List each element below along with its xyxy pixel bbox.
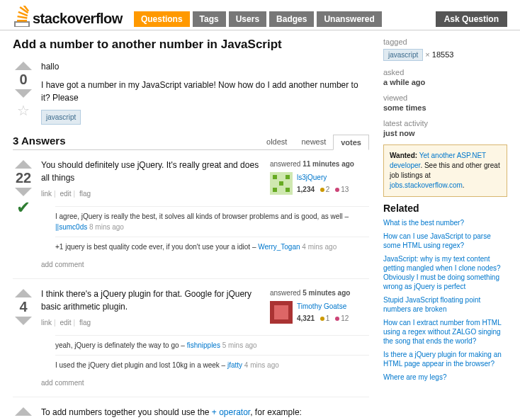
answers-header: 3 Answers oldest newest votes <box>13 135 369 150</box>
tab-unanswered[interactable]: Unanswered <box>317 11 381 27</box>
tab-questions[interactable]: Questions <box>134 11 190 27</box>
answer-score: 4 <box>13 299 34 315</box>
accepted-icon[interactable]: ✔ <box>13 198 34 217</box>
answer-row: 22 ✔ answered 11 minutes ago ls3jQuery 1… <box>13 150 369 279</box>
comment: yeah, jQuery is definately the way to go… <box>55 335 369 355</box>
badge-icon <box>320 188 324 192</box>
user-card: answered 5 minutes ago Timothy Goatse 4,… <box>270 288 369 324</box>
ask-question-button[interactable]: Ask Question <box>436 11 507 27</box>
answer-score: 22 <box>13 170 34 186</box>
user-link[interactable]: ls3jQuery <box>297 172 349 183</box>
header: stackoverflow Questions Tags Users Badge… <box>0 0 520 30</box>
related-link[interactable]: JavaScript: why is my text content getti… <box>383 254 507 291</box>
sort-oldest[interactable]: oldest <box>259 135 294 149</box>
svg-rect-10 <box>273 188 277 192</box>
answer-body: answered 11 minutes ago ls3jQuery 1,234 … <box>41 159 369 270</box>
avatar[interactable] <box>270 301 293 324</box>
question-votes: 0 ☆ <box>13 60 34 125</box>
action-edit[interactable]: edit <box>60 190 71 198</box>
asked-section: asked a while ago <box>383 68 507 86</box>
answer-row: 4 answered 5 minutes ago Timothy Goatse … <box>13 279 369 397</box>
add-comment[interactable]: add comment <box>41 259 369 270</box>
related-link[interactable]: Is there a jQuery plugin for making an H… <box>383 350 507 368</box>
tab-badges[interactable]: Badges <box>269 11 314 27</box>
answer-votes: -2 <box>13 406 34 420</box>
svg-rect-7 <box>273 175 277 179</box>
tab-tags[interactable]: Tags <box>193 11 226 27</box>
logo-icon <box>13 6 31 27</box>
related-section: Related What is the best number? How can… <box>383 203 507 382</box>
tagged-section: tagged javascript × 18553 <box>383 38 507 61</box>
comment-author[interactable]: fishnipples <box>187 341 220 349</box>
question-score: 0 <box>13 72 34 88</box>
question-line1: hallo <box>41 60 369 73</box>
answer-votes: 22 ✔ <box>13 159 34 270</box>
answer-row: -2 To add numbers together you should us… <box>13 397 369 420</box>
svg-rect-13 <box>274 305 288 319</box>
comment: I agree, jQuery is really the best, it s… <box>55 206 369 237</box>
user-card: answered 11 minutes ago ls3jQuery 1,234 … <box>270 159 369 195</box>
comment-author[interactable]: Werry_Togan <box>258 243 300 251</box>
site-name: stackoverflow <box>33 11 123 27</box>
main-content: Add a number to another number in JavaSc… <box>13 38 369 420</box>
downvote-icon[interactable] <box>15 188 32 196</box>
avatar[interactable] <box>270 172 293 195</box>
upvote-icon[interactable] <box>15 160 32 169</box>
upvote-icon[interactable] <box>15 407 32 416</box>
sidebar-tag[interactable]: javascript <box>383 49 423 61</box>
svg-rect-11 <box>286 188 290 192</box>
answer-votes: 4 <box>13 288 34 388</box>
operator-link[interactable]: + operator <box>212 407 250 417</box>
downvote-icon[interactable] <box>15 89 32 98</box>
svg-rect-8 <box>286 175 290 179</box>
comment-author[interactable]: ||sumc0ds <box>55 223 87 231</box>
user-link[interactable]: Timothy Goatse <box>297 301 349 312</box>
badge-icon <box>335 317 339 321</box>
svg-rect-0 <box>15 22 29 27</box>
svg-rect-9 <box>279 181 283 186</box>
badge-icon <box>320 317 324 321</box>
comment: +1 jquery is best quality code ever, if … <box>55 237 369 256</box>
action-flag[interactable]: flag <box>79 319 91 327</box>
upvote-icon[interactable] <box>15 62 32 70</box>
upvote-icon[interactable] <box>15 289 32 297</box>
action-edit[interactable]: edit <box>60 319 71 327</box>
site-logo[interactable]: stackoverflow <box>13 6 123 27</box>
sort-tabs: oldest newest votes <box>259 135 369 149</box>
favorite-icon[interactable]: ☆ <box>13 102 34 119</box>
action-link[interactable]: link <box>41 190 52 198</box>
comment-author[interactable]: jfatty <box>227 361 242 369</box>
activity-section: latest activity just now <box>383 119 507 137</box>
question-tag[interactable]: javascript <box>41 110 81 125</box>
related-heading: Related <box>383 203 507 214</box>
nav-tabs: Questions Tags Users Badges Unanswered <box>134 11 431 27</box>
tab-users[interactable]: Users <box>229 11 266 27</box>
related-link[interactable]: How can I use JavaScript to parse some H… <box>383 232 507 250</box>
svg-rect-1 <box>17 20 27 22</box>
comments: yeah, jQuery is definately the way to go… <box>55 335 369 375</box>
svg-rect-2 <box>17 16 27 19</box>
related-link[interactable]: What is the best number? <box>383 218 507 227</box>
related-link[interactable]: How can I extract number from HTML using… <box>383 318 507 346</box>
downvote-icon[interactable] <box>15 317 32 325</box>
related-link[interactable]: Where are my legs? <box>383 373 507 382</box>
answer-text: To add numbers together you should use t… <box>41 406 369 419</box>
action-flag[interactable]: flag <box>79 190 91 198</box>
add-comment[interactable]: add comment <box>41 378 369 388</box>
question-body: hallo I have got a number in my JavaScri… <box>41 60 369 125</box>
action-link[interactable]: link <box>41 319 52 327</box>
viewed-section: viewed some times <box>383 93 507 112</box>
answer-body: To add numbers together you should use t… <box>41 406 369 420</box>
related-link[interactable]: Stupid JavaScript floating point numbers… <box>383 295 507 314</box>
user-rep: 4,321 <box>297 314 315 322</box>
question-row: 0 ☆ hallo I have got a number in my Java… <box>13 60 369 125</box>
comments: I agree, jQuery is really the best, it s… <box>55 206 369 256</box>
comment: I used the jQuery diet plugin and lost 1… <box>55 355 369 375</box>
jobs-site-link[interactable]: jobs.stackoverflow.com <box>390 181 463 189</box>
user-rep: 1,234 <box>297 186 315 193</box>
sort-votes[interactable]: votes <box>333 135 369 150</box>
tag-count: 18553 <box>432 50 454 59</box>
badge-icon <box>335 188 339 192</box>
answers-count: 3 Answers <box>13 135 259 149</box>
sort-newest[interactable]: newest <box>294 135 333 149</box>
